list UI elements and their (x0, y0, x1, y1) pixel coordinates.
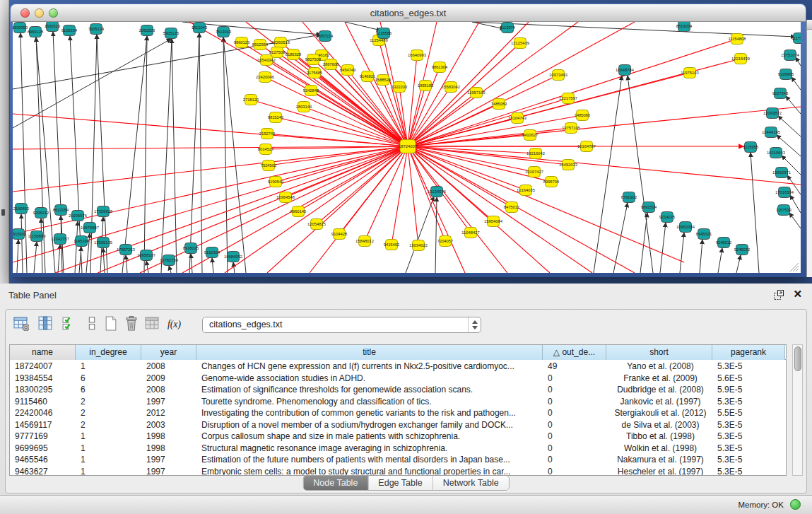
graph-edge[interactable] (736, 255, 741, 273)
table-row[interactable]: 2242004622012Investigating the contribut… (10, 407, 786, 419)
graph-edge[interactable] (298, 146, 408, 211)
table-row[interactable]: 911546021997Tourette syndrome. Phenomeno… (10, 396, 786, 408)
graph-edge[interactable] (302, 22, 408, 146)
vertical-scrollbar[interactable] (792, 344, 803, 476)
graph-edge[interactable] (408, 107, 801, 146)
column-header-year[interactable]: year (141, 345, 196, 360)
table-row[interactable]: 946362711997Embryonic stem cells: a mode… (10, 466, 786, 476)
gutter-marker (1, 209, 5, 216)
graph-edge[interactable] (191, 254, 192, 273)
scrollbar-thumb[interactable] (794, 346, 801, 371)
tab-edge-table[interactable]: Edge Table (368, 476, 433, 490)
table-cell: Tibbo et al. (1998) (606, 431, 712, 443)
graph-edge[interactable] (146, 261, 148, 273)
graph-edge[interactable] (13, 146, 408, 234)
graph-edge[interactable] (126, 255, 127, 273)
graph-edge[interactable] (392, 146, 408, 245)
clear-selection-icon[interactable] (84, 315, 102, 334)
graph-edge[interactable] (796, 57, 801, 66)
graph-edge[interactable] (17, 240, 18, 273)
graph-edge[interactable] (161, 39, 172, 273)
tab-node-table[interactable]: Node Table (303, 476, 368, 490)
graph-edge[interactable] (317, 146, 408, 224)
graph-edge[interactable] (472, 22, 795, 37)
graph-edge[interactable] (212, 258, 213, 273)
column-header-pagerank[interactable]: pagerank (712, 345, 785, 360)
function-builder-icon[interactable]: f(x) (167, 315, 185, 334)
graph-edge[interactable] (790, 195, 801, 213)
graph-edge[interactable] (680, 233, 684, 273)
graph-edge[interactable] (265, 77, 408, 146)
graph-edge[interactable] (640, 213, 647, 273)
graph-edge[interactable] (345, 22, 381, 30)
table-row[interactable]: 1872400712008Changes of HCN gene express… (10, 361, 786, 373)
table-selector-dropdown[interactable]: citations_edges.txt (202, 317, 481, 333)
table-cell: 2003 (141, 419, 196, 431)
float-panel-icon[interactable] (773, 289, 784, 300)
delete-column-icon[interactable] (124, 315, 142, 334)
resize-grip[interactable] (790, 263, 799, 271)
graph-edge[interactable] (21, 214, 23, 273)
table-options-icon[interactable] (13, 315, 32, 334)
table-row[interactable]: 1456911722003Disruption of a novel membe… (10, 419, 786, 431)
column-header-out-de[interactable]: △ out_de... (543, 345, 606, 360)
delete-table-icon[interactable] (144, 315, 163, 334)
network-canvas[interactable]: 1872400798601238912954222605189127509818… (13, 22, 801, 273)
graph-edge[interactable] (310, 146, 408, 273)
column-header-in-degree[interactable]: in_degree (76, 345, 141, 360)
graph-edge[interactable] (13, 114, 408, 146)
graph-edge[interactable] (79, 247, 81, 273)
graph-edge[interactable] (172, 39, 177, 273)
table-row[interactable]: 1830029562008Estimation of significance … (10, 384, 786, 396)
tab-network-table[interactable]: Network Table (433, 476, 509, 490)
column-header-short[interactable]: short (606, 345, 712, 360)
graph-edge[interactable] (122, 36, 147, 273)
table-row[interactable]: 1938455462009Genome-wide association stu… (10, 373, 786, 385)
graph-edge[interactable] (13, 146, 408, 192)
new-column-icon[interactable] (103, 315, 122, 334)
graph-edge[interactable] (266, 60, 408, 146)
network-window-titlebar[interactable]: citations_edges.txt (11, 4, 806, 22)
close-panel-icon[interactable]: ✕ (793, 288, 802, 300)
graph-edge[interactable] (199, 33, 202, 273)
graph-edge[interactable] (660, 223, 666, 273)
graph-edge[interactable] (700, 240, 702, 273)
graph-edge[interactable] (628, 76, 653, 273)
graph-edge[interactable] (90, 35, 97, 273)
graph-edge[interactable] (13, 146, 408, 262)
graph-edge[interactable] (594, 76, 622, 273)
graph-edge[interactable] (786, 96, 801, 114)
graph-node-label: 8918025 (183, 246, 199, 250)
graph-edge[interactable] (103, 248, 105, 273)
column-header-title[interactable]: title (196, 345, 543, 360)
table-row[interactable]: 946554611997Estimation of the future num… (10, 454, 786, 466)
graph-edge[interactable] (778, 116, 801, 136)
graph-edge[interactable] (34, 242, 37, 273)
select-rows-icon[interactable] (61, 315, 80, 334)
graph-edge[interactable] (789, 213, 801, 228)
column-header-name[interactable]: name (10, 345, 76, 360)
graph-edge[interactable] (408, 146, 465, 273)
table-row[interactable]: 969969511998Structural magnetic resonanc… (10, 443, 786, 455)
graph-edge[interactable] (169, 266, 171, 273)
graph-edge[interactable] (313, 59, 408, 146)
graph-edge[interactable] (41, 218, 42, 273)
graph-edge[interactable] (406, 197, 434, 273)
graph-edge[interactable] (408, 43, 520, 146)
table-row[interactable]: 977716911998Corpus callosum shape and si… (10, 431, 786, 443)
graph-edge[interactable] (233, 262, 235, 273)
graph-edge[interactable] (189, 33, 199, 273)
graph-edge[interactable] (718, 248, 722, 273)
graph-edge[interactable] (751, 153, 759, 273)
graph-edge[interactable] (408, 146, 507, 273)
table-cell: 0 (543, 407, 606, 419)
graph-node-label: 10973493 (549, 73, 567, 77)
graph-edge[interactable] (408, 87, 451, 146)
graph-node-label: 7485083 (491, 102, 507, 106)
network-window[interactable]: citations_edges.txt 18724007986012389129… (10, 4, 806, 277)
graph-edge[interactable] (792, 77, 801, 90)
graph-node-label: 9410627 (522, 133, 539, 137)
graph-edge[interactable] (144, 36, 147, 273)
column-visibility-icon[interactable] (37, 315, 56, 334)
graph-edge[interactable] (408, 146, 418, 245)
